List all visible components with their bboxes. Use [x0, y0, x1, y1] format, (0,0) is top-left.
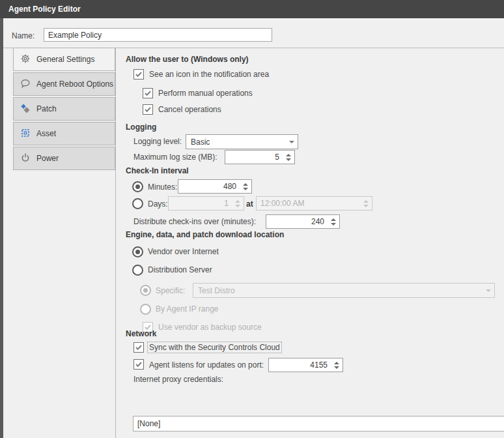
proxy-credentials-label: Internet proxy credentials: — [126, 375, 504, 384]
ip-range-radio — [140, 304, 151, 315]
sync-cloud-checkbox[interactable] — [133, 342, 144, 353]
distribution-server-row: Distribution Server — [126, 263, 504, 276]
cancel-operations-label: Cancel operations — [158, 105, 221, 114]
distribute-spinner[interactable]: 240 — [266, 214, 340, 229]
notification-area-label: See an icon in the notification area — [149, 70, 269, 79]
tab-patch[interactable]: Patch — [13, 97, 115, 121]
at-label: at — [246, 199, 253, 209]
spinner-arrows-icon[interactable] — [333, 362, 343, 369]
tab-label: Agent Reboot Options — [36, 80, 113, 89]
allow-user-header: Allow the user to (Windows only) — [126, 55, 504, 64]
tab-agent-reboot-options[interactable]: Agent Reboot Options — [13, 72, 115, 96]
logging-level-dropdown[interactable]: Basic — [186, 134, 298, 149]
specific-server-value: Test Distro — [193, 286, 483, 295]
max-log-size-label: Maximum log size (MB): — [133, 153, 217, 162]
max-log-size-value: 5 — [225, 153, 285, 162]
checkbox-row-cancel-operations: Cancel operations — [126, 103, 504, 116]
specific-server-dropdown: Test Distro — [193, 283, 495, 298]
days-spinner: 1 — [168, 196, 244, 211]
spinner-arrows-icon[interactable] — [242, 183, 251, 190]
distribute-value: 240 — [266, 217, 330, 226]
ip-range-row: By Agent IP range — [126, 302, 504, 315]
network-header: Network — [126, 329, 504, 338]
window-titlebar[interactable]: Agent Policy Editor — [0, 0, 504, 18]
spinner-arrows-icon — [234, 200, 244, 207]
days-row: Days: 1 at 12:00:00 AM — [126, 196, 504, 211]
tab-label: Patch — [36, 104, 57, 113]
specific-server-row: Specific: Test Distro — [126, 283, 504, 298]
tab-label: General Settings — [36, 55, 94, 64]
agent-port-row: Agent listens for updates on port: 4155 — [126, 357, 504, 372]
proxy-credentials-value: [None] — [137, 419, 160, 428]
spinner-arrows-icon[interactable] — [285, 154, 294, 161]
window-title: Agent Policy Editor — [8, 5, 81, 14]
tab-label: Power — [36, 154, 59, 163]
minutes-value: 480 — [178, 182, 242, 191]
minutes-label: Minutes: — [148, 182, 177, 192]
distribution-server-radio[interactable] — [132, 265, 143, 276]
power-icon — [20, 153, 31, 165]
vendor-internet-radio[interactable] — [132, 246, 143, 257]
chevron-down-icon — [286, 141, 298, 143]
settings-tab-list: General Settings Agent Reboot Options Pa… — [13, 48, 115, 171]
agent-port-value: 4155 — [269, 360, 333, 370]
tab-label: Asset — [36, 129, 56, 138]
vendor-internet-label: Vendor over Internet — [148, 247, 219, 256]
policy-name-input[interactable] — [44, 28, 272, 42]
engine-location-header: Engine, data, and patch download locatio… — [126, 230, 504, 239]
name-label: Name: — [12, 31, 35, 40]
agent-port-label: Agent listens for updates on port: — [149, 360, 264, 370]
sync-cloud-label: Sync with the Security Controls Cloud — [148, 342, 281, 353]
distribution-server-label: Distribution Server — [148, 265, 212, 274]
notification-area-checkbox[interactable] — [133, 69, 144, 80]
days-value: 1 — [169, 199, 234, 208]
specific-server-label: Specific: — [156, 286, 185, 295]
days-label: Days: — [148, 199, 168, 209]
specific-server-radio — [140, 285, 151, 296]
minutes-row: Minutes: 480 — [126, 179, 504, 194]
checkin-time-spinner: 12:00:00 AM — [256, 196, 372, 211]
checkin-time-value: 12:00:00 AM — [257, 199, 363, 208]
proxy-credentials-combobox[interactable]: [None] — [133, 416, 504, 431]
tab-power[interactable]: Power — [13, 147, 115, 170]
checkbox-row-notification-icon: See an icon in the notification area — [126, 68, 504, 81]
general-settings-panel: Allow the user to (Windows only) See an … — [126, 53, 504, 438]
speech-bubble-icon — [20, 78, 31, 91]
agent-policy-editor-dialog: Agent Policy Editor Name: General Settin… — [0, 0, 504, 438]
chip-icon — [20, 128, 31, 140]
spinner-arrows-icon[interactable] — [330, 218, 339, 226]
max-log-size-row: Maximum log size (MB): 5 — [126, 150, 504, 164]
vendor-internet-row: Vendor over Internet — [126, 245, 504, 258]
window-left-frame — [0, 18, 3, 438]
chevron-down-icon — [483, 289, 494, 292]
logging-level-label: Logging level: — [133, 137, 182, 146]
checkbox-row-manual-operations: Perform manual operations — [126, 87, 504, 100]
days-radio[interactable] — [132, 198, 143, 209]
tab-general-settings[interactable]: General Settings — [13, 48, 115, 71]
minutes-radio[interactable] — [132, 181, 143, 192]
logging-header: Logging — [126, 123, 504, 132]
ip-range-label: By Agent IP range — [156, 304, 219, 314]
agent-port-checkbox[interactable] — [133, 359, 144, 370]
manual-operations-checkbox[interactable] — [143, 88, 153, 98]
manual-operations-label: Perform manual operations — [158, 89, 253, 98]
distribute-row: Distribute check-ins over (minutes): 240 — [126, 214, 504, 228]
tab-panel-separator — [115, 48, 116, 438]
max-log-size-spinner[interactable]: 5 — [225, 150, 295, 164]
logging-level-value: Basic — [186, 138, 286, 147]
patch-diamonds-icon — [20, 103, 31, 115]
cancel-operations-checkbox[interactable] — [143, 104, 153, 115]
tab-asset[interactable]: Asset — [13, 122, 115, 145]
minutes-spinner[interactable]: 480 — [178, 179, 252, 194]
agent-port-spinner[interactable]: 4155 — [268, 358, 343, 372]
distribute-label: Distribute check-ins over (minutes): — [133, 217, 256, 226]
gear-icon — [20, 53, 31, 66]
sync-cloud-row: Sync with the Security Controls Cloud — [126, 341, 504, 354]
spinner-arrows-icon — [363, 200, 372, 207]
logging-level-row: Logging level: Basic — [126, 134, 504, 149]
checkin-interval-header: Check-In interval — [126, 166, 504, 175]
